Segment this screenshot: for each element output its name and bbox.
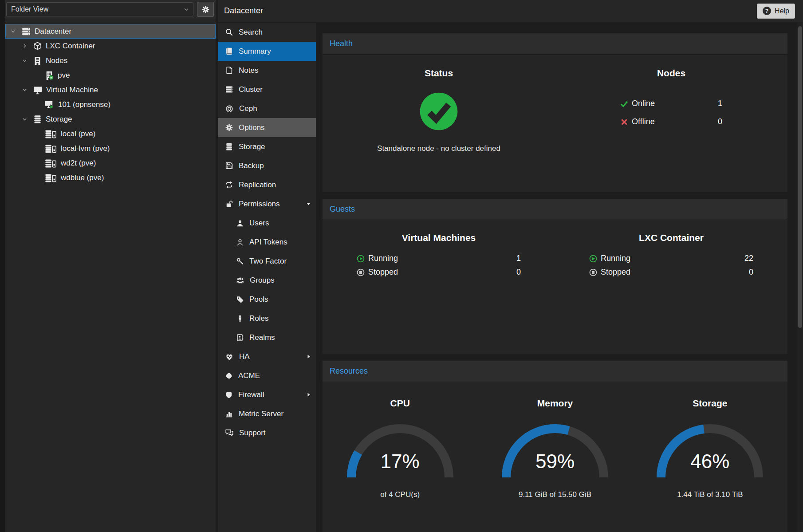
tree-item-pve[interactable]: pve bbox=[5, 68, 216, 83]
help-button[interactable]: ? Help bbox=[757, 4, 795, 19]
nav-item-realms[interactable]: Realms bbox=[218, 328, 316, 347]
memory-gauge-column: Memory 59% 9.11 GiB of 15.50 GiB bbox=[477, 382, 632, 532]
cpu-percent: 17% bbox=[340, 450, 460, 473]
nav-item-metric-server[interactable]: Metric Server bbox=[218, 404, 316, 423]
chevron-down-icon[interactable] bbox=[10, 28, 22, 34]
nav-item-options[interactable]: Options bbox=[218, 118, 316, 137]
tag-icon bbox=[236, 296, 244, 303]
nav-item-summary[interactable]: Summary bbox=[218, 42, 316, 61]
users-icon bbox=[236, 276, 244, 284]
lxc-stopped-count: 0 bbox=[749, 268, 753, 277]
resource-tree: Datacenter LXC Container Nodes pve Virtu… bbox=[5, 19, 216, 185]
unlock-icon bbox=[225, 200, 233, 208]
nav-item-roles[interactable]: Roles bbox=[218, 309, 316, 328]
nav-item-backup[interactable]: Backup bbox=[218, 156, 316, 175]
gear-icon bbox=[225, 124, 233, 131]
nav-item-notes[interactable]: Notes bbox=[218, 61, 316, 80]
tree-item-storage-local[interactable]: local (pve) bbox=[5, 126, 216, 141]
nav-item-support[interactable]: Support bbox=[218, 423, 316, 442]
monitor-icon bbox=[33, 86, 42, 95]
memory-heading: Memory bbox=[477, 382, 632, 409]
window-edge bbox=[0, 0, 5, 532]
nodes-online-row: Online 1 bbox=[620, 99, 722, 108]
health-panel-header: Health bbox=[323, 33, 787, 55]
nav-item-two-factor[interactable]: Two Factor bbox=[218, 252, 316, 271]
resources-panel: Resources CPU 17% of 4 CPU(s) Memory bbox=[323, 361, 787, 532]
storage-heading: Storage bbox=[633, 382, 787, 409]
guests-panel-header: Guests bbox=[323, 199, 787, 220]
cluster-status-column: Status Standalone node - no cluster defi… bbox=[323, 55, 555, 192]
cpu-gauge: 17% bbox=[340, 418, 460, 481]
chevron-down-icon[interactable] bbox=[22, 58, 33, 63]
building-icon bbox=[33, 56, 42, 65]
help-button-label: Help bbox=[775, 7, 789, 15]
seal-icon bbox=[225, 372, 232, 379]
tree-item-virtual-machine[interactable]: Virtual Machine bbox=[5, 83, 216, 97]
tree-item-lxc-container[interactable]: LXC Container bbox=[5, 39, 216, 53]
database-drive-icon bbox=[45, 130, 57, 138]
memory-detail: 9.11 GiB of 15.50 GiB bbox=[477, 490, 632, 499]
nav-item-acme[interactable]: ACME bbox=[218, 366, 316, 385]
lxc-guests-column: LXC Container Running 22 Stopped bbox=[555, 220, 787, 354]
chevron-right-icon[interactable] bbox=[22, 43, 33, 49]
search-icon bbox=[225, 28, 233, 36]
resources-panel-header: Resources bbox=[323, 361, 787, 382]
content-scrollbar[interactable] bbox=[797, 23, 803, 532]
server-icon bbox=[225, 86, 233, 93]
cluster-status-message: Standalone node - no cluster defined bbox=[323, 144, 555, 153]
tree-item-storage-wd2t[interactable]: wd2t (pve) bbox=[5, 156, 216, 170]
tree-item-nodes[interactable]: Nodes bbox=[5, 53, 216, 68]
question-circle-icon: ? bbox=[763, 7, 771, 15]
stop-circle-icon bbox=[357, 268, 365, 276]
nav-item-permissions[interactable]: Permissions bbox=[218, 194, 316, 213]
lxc-stopped-row: Stopped 0 bbox=[589, 268, 753, 277]
nav-item-users[interactable]: Users bbox=[218, 213, 316, 233]
scrollbar-thumb[interactable] bbox=[798, 26, 802, 328]
tree-item-vm-101[interactable]: 101 (opnsense) bbox=[5, 97, 216, 112]
database-icon bbox=[33, 115, 42, 123]
nav-item-groups[interactable]: Groups bbox=[218, 271, 316, 290]
health-panel: Health Status Standalone node - no clust… bbox=[323, 33, 787, 192]
cube-icon bbox=[33, 42, 42, 50]
key-icon bbox=[236, 258, 244, 265]
gear-icon bbox=[202, 6, 209, 13]
nav-item-ceph[interactable]: Ceph bbox=[218, 99, 316, 118]
address-book-icon bbox=[236, 334, 244, 341]
server-icon bbox=[22, 27, 31, 36]
floppy-icon bbox=[225, 162, 233, 169]
vm-running-row: Running 1 bbox=[357, 254, 521, 263]
nav-item-pools[interactable]: Pools bbox=[218, 290, 316, 309]
play-circle-icon bbox=[589, 255, 597, 263]
database-drive-icon bbox=[45, 144, 57, 153]
storage-detail: 1.44 TiB of 3.10 TiB bbox=[633, 490, 787, 499]
tree-item-storage-local-lvm[interactable]: local-lvm (pve) bbox=[5, 141, 216, 156]
database-icon bbox=[225, 143, 233, 150]
top-bar: Datacenter ? Help bbox=[218, 0, 803, 22]
vm-running-count: 1 bbox=[516, 254, 521, 263]
chevron-down-icon[interactable] bbox=[22, 87, 33, 93]
nav-item-search[interactable]: Search bbox=[218, 23, 316, 42]
tree-item-storage[interactable]: Storage bbox=[5, 112, 216, 126]
view-selector[interactable]: Folder View bbox=[6, 2, 193, 16]
tree-item-storage-wdblue[interactable]: wdblue (pve) bbox=[5, 170, 216, 185]
tree-item-datacenter[interactable]: Datacenter bbox=[5, 24, 216, 39]
nav-item-storage[interactable]: Storage bbox=[218, 137, 316, 156]
tree-settings-button[interactable] bbox=[197, 2, 214, 17]
view-selector-value: Folder View bbox=[11, 5, 48, 13]
storage-gauge: 46% bbox=[650, 418, 770, 481]
nav-item-cluster[interactable]: Cluster bbox=[218, 80, 316, 99]
nodes-table: Online 1 Offline 0 bbox=[620, 99, 722, 126]
vm-guests-table: Running 1 Stopped 0 bbox=[357, 254, 521, 277]
cpu-gauge-column: CPU 17% of 4 CPU(s) bbox=[323, 382, 477, 532]
caret-right-icon bbox=[306, 354, 311, 359]
nav-item-ha[interactable]: HA bbox=[218, 347, 316, 366]
storage-gauge-column: Storage 46% 1.44 TiB of 3.10 TiB bbox=[633, 382, 787, 532]
status-ok-icon bbox=[419, 92, 458, 131]
play-circle-icon bbox=[357, 255, 365, 263]
caret-down-icon bbox=[306, 201, 311, 207]
chevron-down-icon[interactable] bbox=[22, 116, 33, 122]
nav-item-api-tokens[interactable]: API Tokens bbox=[218, 233, 316, 252]
nav-item-replication[interactable]: Replication bbox=[218, 175, 316, 194]
nodes-status-column: Nodes Online 1 Offline 0 bbox=[555, 55, 787, 192]
nav-item-firewall[interactable]: Firewall bbox=[218, 385, 316, 404]
